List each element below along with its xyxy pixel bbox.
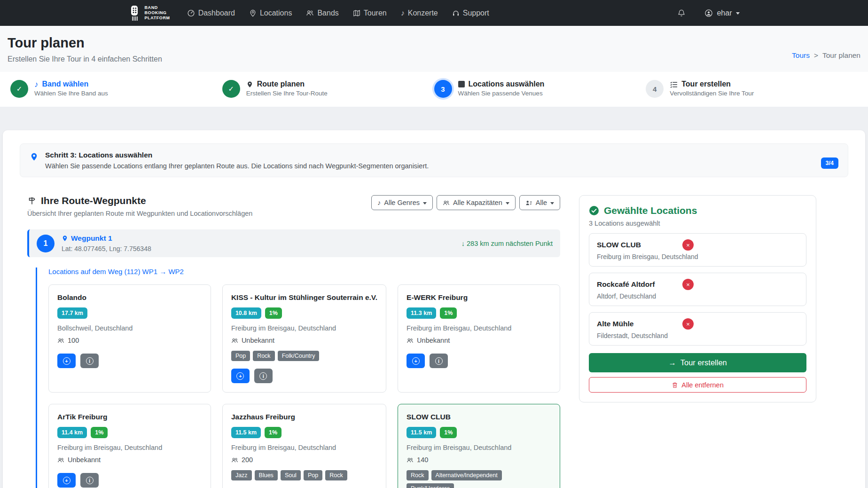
location-card: ArTik Freiburg 11.4 km 1% Freiburg im Br… bbox=[48, 404, 211, 488]
route-section-title-row: Ihre Route-Wegpunkte bbox=[27, 195, 252, 206]
location-info-button[interactable]: i bbox=[80, 354, 99, 368]
nav-item-bands[interactable]: Bands bbox=[306, 9, 338, 17]
selected-location-city: Altdorf, Deutschland bbox=[597, 292, 798, 300]
location-info-button[interactable]: i bbox=[254, 369, 273, 383]
location-name: Jazzhaus Freiburg bbox=[231, 413, 295, 421]
speedometer-icon bbox=[187, 9, 195, 17]
location-name: ArTik Freiburg bbox=[57, 413, 108, 421]
list-check-icon bbox=[670, 80, 678, 88]
nav-item-locations[interactable]: Locations bbox=[249, 9, 292, 17]
selected-location-item: Alte Mühle × Filderstadt, Deutschland bbox=[589, 312, 806, 346]
location-name: KISS - Kultur im Stühlinger Souterrain e… bbox=[231, 293, 377, 302]
genre-tag: Rock bbox=[253, 351, 274, 361]
geo-pin-icon bbox=[30, 152, 39, 161]
info-icon: i bbox=[435, 357, 443, 365]
person-circle-icon bbox=[704, 9, 713, 17]
geo-pin-icon bbox=[249, 9, 257, 17]
genre-filter-dropdown[interactable]: ♪ Alle Genres bbox=[371, 195, 433, 210]
breadcrumb-tours-link[interactable]: Tours bbox=[792, 51, 810, 60]
alert-title: Schritt 3: Locations auswählen bbox=[45, 151, 814, 159]
location-capacity: 140 bbox=[407, 456, 428, 464]
nav-item-touren[interactable]: Touren bbox=[353, 9, 387, 17]
bell-icon[interactable] bbox=[677, 9, 686, 17]
signpost-icon bbox=[27, 196, 37, 205]
nav-item-konzerte[interactable]: ♪ Konzerte bbox=[401, 9, 438, 17]
page-header: Tour planen Erstellen Sie Ihre Tour in 4… bbox=[0, 26, 868, 72]
selected-location-name: Rockcafé Altdorf bbox=[597, 280, 677, 289]
distance-badge: 17.7 km bbox=[57, 307, 87, 319]
remove-location-button[interactable]: × bbox=[682, 239, 694, 251]
match-badge: 1% bbox=[440, 427, 457, 438]
selected-location-name: Alte Mühle bbox=[597, 320, 677, 328]
location-capacity: Unbekannt bbox=[57, 456, 101, 464]
step-locations-auswaehlen[interactable]: 3 Locations auswählen Wählen Sie passend… bbox=[434, 80, 646, 98]
location-card: E-WERK Freiburg 11.3 km 1% Freiburg im B… bbox=[398, 284, 560, 393]
geo-pin-icon bbox=[62, 235, 68, 242]
genre-tag: Blues bbox=[255, 470, 278, 480]
brand-logo[interactable]: BAND BOOKING PLATFORM bbox=[129, 5, 170, 21]
music-note-icon: ♪ bbox=[34, 80, 39, 88]
close-icon: × bbox=[686, 281, 690, 288]
nav-item-dashboard[interactable]: Dashboard bbox=[187, 9, 235, 17]
location-grid: Bolando 17.7 km Bollschweil, Deutschland… bbox=[48, 284, 560, 488]
nav-item-support[interactable]: Support bbox=[452, 9, 489, 17]
people-icon bbox=[57, 457, 64, 464]
step-4-number: 4 bbox=[646, 80, 664, 98]
selected-location-city: Filderstadt, Deutschland bbox=[597, 332, 798, 339]
add-location-button[interactable]: + bbox=[407, 354, 425, 368]
check-circle-icon bbox=[589, 205, 599, 216]
remove-location-button[interactable]: × bbox=[682, 279, 694, 290]
add-location-button[interactable]: + bbox=[57, 473, 76, 488]
selected-count: 3 Locations ausgewählt bbox=[589, 220, 806, 227]
selected-location-item: Rockcafé Altdorf × Altdorf, Deutschland bbox=[589, 273, 806, 306]
arrow-down-icon: ↓ bbox=[461, 240, 465, 247]
genre-tag: Jazz bbox=[231, 470, 252, 480]
selected-location-name: SLOW CLUB bbox=[597, 241, 677, 249]
location-city: Freiburg im Breisgau, Deutschland bbox=[231, 324, 336, 332]
match-badge: 1% bbox=[91, 427, 108, 438]
add-location-button[interactable]: + bbox=[57, 354, 76, 368]
distance-badge: 11.4 km bbox=[57, 427, 87, 438]
location-info-button[interactable]: i bbox=[430, 354, 448, 368]
plus-icon: + bbox=[412, 357, 420, 365]
page-title: Tour planen bbox=[8, 35, 162, 51]
location-city: Bollschweil, Deutschland bbox=[57, 324, 133, 332]
status-filter-dropdown[interactable]: Alle bbox=[519, 195, 560, 210]
location-city: Freiburg im Breisgau, Deutschland bbox=[407, 324, 511, 332]
progress-badge: 3/4 bbox=[821, 157, 838, 169]
segment-locations-link[interactable]: Locations auf dem Weg (112) WP1 → WP2 bbox=[48, 268, 184, 275]
step-band-waehlen[interactable]: ✓ ♪ Band wählen Wählen Sie Ihre Band aus bbox=[10, 80, 222, 98]
add-location-button[interactable]: + bbox=[231, 369, 250, 383]
people-icon bbox=[443, 199, 450, 206]
selected-location-item: SLOW CLUB × Freiburg im Breisgau, Deutsc… bbox=[589, 233, 806, 267]
create-tour-button[interactable]: → Tour erstellen bbox=[589, 353, 806, 372]
location-card: Jazzhaus Freiburg 11.5 km 1% Freiburg im… bbox=[222, 404, 386, 488]
location-card: Bolando 17.7 km Bollschweil, Deutschland… bbox=[48, 284, 211, 393]
headset-icon bbox=[452, 9, 460, 17]
step-wizard: ✓ ♪ Band wählen Wählen Sie Ihre Band aus… bbox=[0, 72, 868, 107]
breadcrumb: Tours > Tour planen bbox=[792, 51, 860, 60]
selected-location-city: Freiburg im Breisgau, Deutschland bbox=[597, 253, 798, 260]
music-note-icon: ♪ bbox=[401, 9, 405, 17]
genre-tags: Pop Rock Folk/Country bbox=[231, 351, 320, 361]
step-tour-erstellen[interactable]: 4 Tour erstellen Vervollständigen Sie Ih… bbox=[646, 80, 858, 98]
people-icon bbox=[306, 9, 314, 17]
waypoint-number-badge: 1 bbox=[37, 235, 55, 252]
route-section-title: Ihre Route-Wegpunkte bbox=[41, 195, 146, 206]
step-route-planen[interactable]: ✓ Route planen Erstellen Sie Ihre Tour-R… bbox=[222, 80, 434, 98]
page-subtitle: Erstellen Sie Ihre Tour in 4 einfachen S… bbox=[8, 55, 162, 63]
remove-location-button[interactable]: × bbox=[682, 318, 694, 330]
location-info-button[interactable]: i bbox=[80, 473, 99, 488]
capacity-filter-dropdown[interactable]: Alle Kapazitäten bbox=[437, 195, 516, 210]
selected-locations-panel: Gewählte Locations 3 Locations ausgewähl… bbox=[579, 195, 816, 488]
arrow-right-icon: → bbox=[668, 358, 676, 367]
user-menu[interactable]: ehar bbox=[704, 9, 739, 17]
remove-all-button[interactable]: Alle entfernen bbox=[589, 377, 806, 393]
step-2-check-icon: ✓ bbox=[222, 80, 240, 98]
person-lines-icon bbox=[525, 199, 532, 206]
match-badge: 1% bbox=[265, 307, 282, 319]
building-icon bbox=[458, 81, 465, 87]
genre-tag: Alternative/Independent bbox=[431, 470, 502, 480]
chevron-down-icon bbox=[736, 12, 740, 15]
nav-links: Dashboard Locations Bands Touren bbox=[187, 9, 489, 17]
